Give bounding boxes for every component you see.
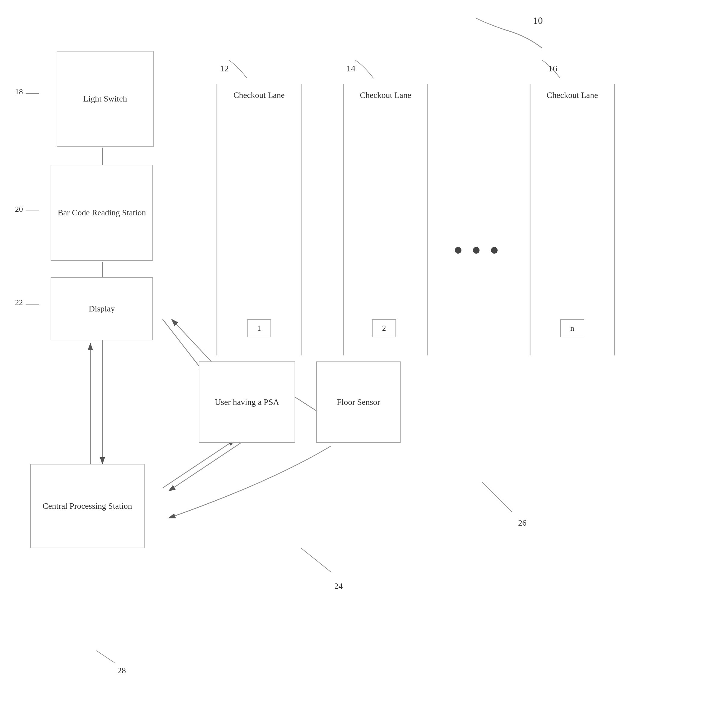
central-processing-box: Central Processing Station	[30, 464, 145, 548]
label-16: 16	[548, 63, 557, 73]
checkout-lane-2-label: Checkout Lane	[343, 90, 428, 100]
user-psa-label: User having a PSA	[215, 397, 279, 407]
light-switch-box: Light Switch	[57, 51, 154, 147]
lane-1-box: 1	[247, 319, 271, 337]
lane-n-box: n	[560, 319, 584, 337]
lane-2-box: 2	[372, 319, 396, 337]
label-20: 20	[15, 205, 23, 214]
dot-2	[473, 247, 480, 254]
svg-line-10	[163, 319, 205, 373]
display-box: Display	[50, 277, 153, 340]
floor-sensor-box: Floor Sensor	[316, 361, 401, 443]
floor-sensor-label: Floor Sensor	[337, 397, 380, 407]
label-24: 24	[334, 581, 343, 591]
fig-number: 10	[533, 15, 543, 26]
label-14: 14	[346, 63, 355, 73]
central-processing-label: Central Processing Station	[43, 500, 132, 511]
checkout-lane-n-label: Checkout Lane	[530, 90, 615, 100]
label-26: 26	[518, 518, 526, 528]
checkout-lane-1-label: Checkout Lane	[217, 90, 301, 100]
label-18: 18	[15, 87, 23, 96]
label-22: 22	[15, 298, 23, 307]
light-switch-label: Light Switch	[83, 93, 127, 104]
barcode-box: Bar Code Reading Station	[50, 165, 153, 261]
dot-3	[491, 247, 498, 254]
label-28: 28	[118, 666, 126, 675]
label-12: 12	[220, 63, 229, 73]
barcode-label: Bar Code Reading Station	[58, 207, 146, 218]
display-label: Display	[89, 303, 115, 314]
dot-1	[455, 247, 462, 254]
user-psa-box: User having a PSA	[199, 361, 295, 443]
svg-line-15	[163, 440, 235, 488]
diagram: 10 18 Light Switch 20 Bar Code Reading S…	[0, 0, 728, 719]
svg-line-11	[172, 319, 217, 367]
svg-line-14	[169, 443, 241, 491]
